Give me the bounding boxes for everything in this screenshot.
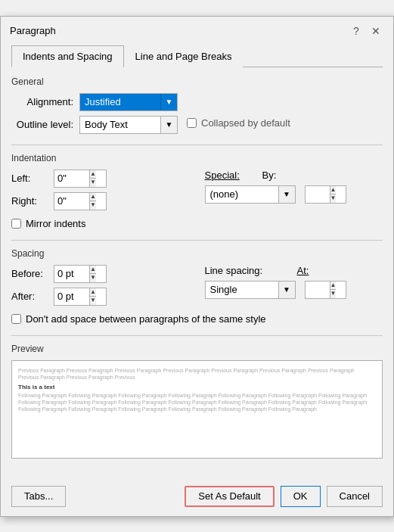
general-section: General Alignment: Justified ▼ Outline l… bbox=[11, 76, 383, 134]
at-spinners: ▲ ▼ bbox=[330, 282, 337, 298]
before-up[interactable]: ▲ bbox=[90, 266, 96, 275]
at-down[interactable]: ▼ bbox=[330, 290, 337, 298]
line-spacing-dropdown[interactable]: Single ▼ bbox=[205, 281, 296, 299]
set-default-button[interactable]: Set As Default bbox=[185, 486, 274, 507]
right-buttons: Set As Default OK Cancel bbox=[185, 486, 383, 507]
before-input[interactable]: 0 pt ▲ ▼ bbox=[54, 265, 107, 283]
line-spacing-dropdown-arrow: ▼ bbox=[278, 282, 295, 298]
divider-1 bbox=[11, 145, 383, 145]
tabs-button[interactable]: Tabs... bbox=[11, 486, 66, 507]
left-indent-input[interactable]: 0" ▲ ▼ bbox=[54, 170, 107, 188]
alignment-value: Justified bbox=[80, 95, 160, 109]
spacing-section-title: Spacing bbox=[11, 248, 383, 259]
divider-3 bbox=[11, 335, 383, 336]
outline-level-row: Outline level: Body Text ▼ Collapsed by … bbox=[11, 116, 383, 134]
after-input[interactable]: 0 pt ▲ ▼ bbox=[54, 288, 107, 306]
right-indent-input[interactable]: 0" ▲ ▼ bbox=[54, 192, 107, 210]
after-down[interactable]: ▼ bbox=[90, 297, 96, 305]
spacing-right-col: Line spacing: At: Single ▼ ▲ bbox=[205, 265, 383, 310]
spacing-cols: Before: 0 pt ▲ ▼ After: 0 bbox=[11, 265, 383, 310]
bottom-bar: Tabs... Set As Default OK Cancel bbox=[1, 478, 393, 516]
before-value[interactable]: 0 pt bbox=[54, 268, 89, 279]
alignment-label: Alignment: bbox=[11, 96, 79, 107]
after-row: After: 0 pt ▲ ▼ bbox=[11, 288, 190, 306]
special-row: Special: By: bbox=[205, 170, 383, 181]
tab-bar: Indents and Spacing Line and Page Breaks bbox=[11, 45, 383, 67]
before-row: Before: 0 pt ▲ ▼ bbox=[11, 265, 190, 283]
at-input[interactable]: ▲ ▼ bbox=[305, 281, 346, 299]
after-spinners: ▲ ▼ bbox=[89, 288, 96, 305]
right-indent-spinners: ▲ ▼ bbox=[89, 193, 96, 210]
outline-label: Outline level: bbox=[11, 119, 79, 130]
before-spinners: ▲ ▼ bbox=[89, 266, 96, 282]
preview-following: Following Paragraph Following Paragraph … bbox=[18, 392, 376, 412]
after-value[interactable]: 0 pt bbox=[54, 291, 89, 302]
spacing-section: Spacing Before: 0 pt ▲ ▼ bbox=[11, 248, 383, 325]
special-dropdown-row: (none) ▼ ▲ ▼ bbox=[205, 185, 383, 204]
tab-indents-spacing[interactable]: Indents and Spacing bbox=[11, 45, 124, 67]
dont-add-space-checkbox[interactable] bbox=[11, 314, 21, 324]
after-label: After: bbox=[11, 291, 49, 302]
by-label: By: bbox=[247, 170, 383, 181]
left-indent-label: Left: bbox=[11, 173, 49, 184]
help-button[interactable]: ? bbox=[348, 23, 365, 39]
collapsed-row: Collapsed by default bbox=[187, 117, 290, 129]
by-down[interactable]: ▼ bbox=[330, 194, 337, 203]
at-up[interactable]: ▲ bbox=[330, 282, 337, 291]
preview-sample-text: This is a text bbox=[18, 384, 376, 390]
cancel-button[interactable]: Cancel bbox=[327, 486, 383, 507]
by-spinners: ▲ ▼ bbox=[330, 186, 337, 203]
special-value: (none) bbox=[206, 187, 278, 201]
indentation-right-col: Special: By: (none) ▼ ▲ ▼ bbox=[205, 170, 383, 215]
outline-value: Body Text bbox=[80, 117, 160, 132]
ok-button[interactable]: OK bbox=[281, 486, 321, 507]
preview-section: Preview Previous Paragraph Previous Para… bbox=[11, 344, 383, 459]
by-input[interactable]: ▲ ▼ bbox=[305, 185, 346, 204]
left-indent-spinners: ▲ ▼ bbox=[89, 170, 96, 187]
special-dropdown[interactable]: (none) ▼ bbox=[205, 185, 296, 204]
indentation-cols: Left: 0" ▲ ▼ Right: 0" bbox=[11, 170, 383, 215]
at-value[interactable] bbox=[306, 284, 330, 295]
mirror-label: Mirror indents bbox=[26, 218, 85, 229]
paragraph-dialog: Paragraph ? ✕ Indents and Spacing Line a… bbox=[0, 16, 394, 517]
left-indent-value[interactable]: 0" bbox=[54, 173, 89, 184]
dont-add-space-row: Don't add space between paragraphs of th… bbox=[11, 313, 383, 325]
indentation-section-title: Indentation bbox=[11, 153, 383, 163]
outline-dropdown[interactable]: Body Text ▼ bbox=[79, 116, 178, 134]
outline-dropdown-arrow: ▼ bbox=[160, 117, 177, 133]
before-down[interactable]: ▼ bbox=[90, 274, 96, 282]
close-button[interactable]: ✕ bbox=[368, 23, 384, 39]
special-label: Special: bbox=[205, 170, 243, 181]
at-label: At: bbox=[297, 265, 309, 276]
preview-prev-paragraph: Previous Paragraph Previous Paragraph Pr… bbox=[18, 367, 376, 381]
right-indent-down[interactable]: ▼ bbox=[90, 201, 96, 210]
indentation-left-col: Left: 0" ▲ ▼ Right: 0" bbox=[11, 170, 190, 215]
by-value[interactable] bbox=[306, 188, 330, 200]
line-spacing-dropdown-row: Single ▼ ▲ ▼ bbox=[205, 281, 383, 299]
dialog-content: Indents and Spacing Line and Page Breaks… bbox=[1, 45, 393, 478]
tab-line-page-breaks[interactable]: Line and Page Breaks bbox=[124, 45, 244, 67]
collapsed-label: Collapsed by default bbox=[201, 117, 290, 129]
mirror-row: Mirror indents bbox=[11, 218, 383, 229]
line-spacing-label-row: Line spacing: At: bbox=[205, 265, 383, 276]
dont-add-space-label: Don't add space between paragraphs of th… bbox=[26, 313, 266, 325]
line-spacing-value: Single bbox=[206, 282, 278, 297]
title-buttons: ? ✕ bbox=[348, 23, 384, 39]
spacing-left-col: Before: 0 pt ▲ ▼ After: 0 bbox=[11, 265, 190, 310]
line-spacing-label: Line spacing: bbox=[205, 265, 281, 276]
by-up[interactable]: ▲ bbox=[330, 186, 337, 195]
right-indent-value[interactable]: 0" bbox=[54, 195, 89, 207]
divider-2 bbox=[11, 240, 383, 241]
title-bar-left: Paragraph bbox=[10, 25, 56, 36]
collapsed-checkbox[interactable] bbox=[187, 118, 197, 128]
alignment-dropdown[interactable]: Justified ▼ bbox=[79, 93, 178, 111]
alignment-row: Alignment: Justified ▼ bbox=[11, 93, 383, 111]
alignment-dropdown-arrow: ▼ bbox=[160, 94, 177, 110]
right-indent-up[interactable]: ▲ bbox=[90, 193, 96, 202]
mirror-checkbox[interactable] bbox=[11, 219, 21, 229]
after-up[interactable]: ▲ bbox=[90, 288, 96, 297]
left-indent-down[interactable]: ▼ bbox=[90, 179, 96, 187]
general-section-title: General bbox=[11, 76, 383, 87]
left-indent-up[interactable]: ▲ bbox=[90, 170, 96, 179]
preview-box: Previous Paragraph Previous Paragraph Pr… bbox=[11, 360, 383, 459]
